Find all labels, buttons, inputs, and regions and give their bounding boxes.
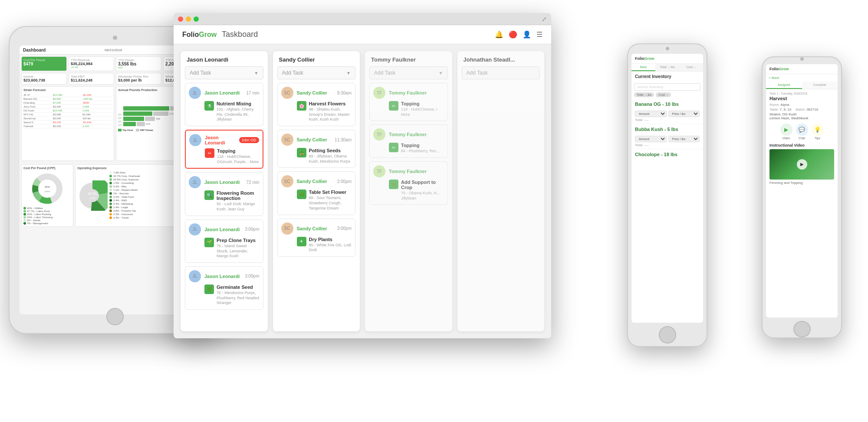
- task-body: ✂ Topping 84 - Plushberry, Rec...: [373, 143, 444, 154]
- inventory-search[interactable]: Search Inventory: [634, 83, 700, 91]
- task-details: Dry Plants 85 - White Fire OG, Lodi Dodi: [309, 237, 352, 253]
- inv-tab-back[interactable]: Back: [631, 64, 655, 71]
- task-strains: 99 - Sour Tsunami, Strawberry Cough, Tan…: [309, 196, 352, 211]
- kpi-ebit: Total EBIT $11,624,248: [69, 73, 114, 85]
- phone-inventory: FolioGrow Back Total: -- lbs Cost: -- Cu…: [627, 43, 707, 347]
- inv-total: Total: ----: [635, 118, 700, 122]
- avatar: SC: [281, 87, 293, 99]
- window-titlebar: ⤢: [174, 13, 551, 25]
- tablet-home-button[interactable]: [106, 308, 124, 325]
- video-action[interactable]: ▶ Video: [780, 124, 792, 140]
- column-sandy: Sandy Collier Add Task ▼ SC Sandy Collie…: [273, 51, 360, 331]
- video-icon: ▶: [780, 124, 792, 136]
- instructional-video-thumb[interactable]: ▶: [769, 149, 834, 180]
- add-task-johnathan-label: Add Task: [467, 70, 488, 76]
- pot-icon: 🪴: [297, 148, 306, 157]
- task-details: Potting Seeds 89 - Jillybean, Obama Kush…: [309, 148, 352, 164]
- task-icon-row: 🪴 Potting Seeds 89 - Jillybean, Obama Ku…: [297, 148, 352, 164]
- phone1-camera: [666, 47, 669, 50]
- column-sandy-header: Sandy Collier: [273, 51, 360, 66]
- task-card-overdue[interactable]: JL Jason Leonardi 24m OD ✂ Topping 118 -…: [185, 130, 263, 169]
- task-card[interactable]: JL Jason Leonardi 3:00pm 🌿 Germinate See…: [185, 266, 263, 310]
- maximize-button[interactable]: [194, 16, 199, 22]
- back-button[interactable]: < Back: [769, 76, 779, 80]
- inv-price-select[interactable]: Price / lbs: [668, 111, 700, 117]
- filter-cost[interactable]: Cost: --: [656, 92, 671, 97]
- task-card[interactable]: TF Tommy Faulkner ✂ Topping 84 - Plushbe…: [369, 124, 448, 158]
- inv-amount-select-2[interactable]: Amount: [635, 136, 667, 142]
- inv-section-banana: Banana OG - 10 lbs: [631, 99, 703, 108]
- task-card[interactable]: JL Jason Leonardi 72 min 🔍 Flowering Roo…: [185, 172, 263, 216]
- strain-row-8: Space D $3,100 -$1,940: [23, 121, 112, 124]
- filter-total[interactable]: Total: -- lbs: [634, 92, 654, 97]
- task-card[interactable]: SC Sandy Collier 9:30am 🌸 Harvest Flower…: [277, 83, 356, 126]
- task-name: Harvest Flowers: [309, 101, 352, 106]
- kpi-rev-change: +4.1%: [71, 66, 112, 69]
- avatar: JL: [189, 134, 201, 146]
- inventory-header: FolioGrow: [631, 54, 703, 64]
- avatar: SC: [281, 175, 293, 187]
- task-card[interactable]: SC Sandy Collier 3:00pm ☀ Dry Plants 85 …: [277, 219, 356, 257]
- avatar: TF: [373, 128, 385, 141]
- add-task-tommy[interactable]: Add Task ▼: [369, 66, 448, 79]
- avatar: TF: [373, 165, 385, 177]
- task-strains: 89 - Jillybean, Obama Kush, Mendocino Pu…: [309, 154, 352, 164]
- expand-icon[interactable]: ⤢: [542, 16, 547, 23]
- task-detail-info-room: Room: Alpha: [769, 103, 834, 107]
- task-person-row: JL Jason Leonardi 3:00pm: [189, 270, 260, 282]
- svg-text:23.3%: 23.3%: [89, 197, 96, 200]
- inv-amount-select[interactable]: Amount: [635, 111, 667, 117]
- video-play-button[interactable]: ▶: [797, 159, 807, 170]
- user-profile-icon[interactable]: 👤: [523, 30, 531, 39]
- task-time: 3:00pm: [245, 274, 259, 278]
- notification-message-icon[interactable]: 🔴: [509, 30, 517, 39]
- kpi-ebit-label: Total EBIT: [71, 75, 112, 78]
- minimize-button[interactable]: [186, 16, 191, 22]
- task-details: Germinate Seed 76 - Mendocino Purps, Plu…: [217, 285, 260, 306]
- task-strains: 118 - HukECheese, OGKush, Purple... More: [217, 154, 259, 164]
- task-card[interactable]: TF Tommy Faulkner ✂ Topping 118 - HukECh…: [369, 83, 448, 121]
- desktop-window: ⤢ FolioGrow Taskboard 🔔 🔴 👤 ☰ Jason Leon…: [174, 13, 551, 338]
- dashboard-date: 08/21/2018: [105, 48, 122, 52]
- task-card[interactable]: SC Sandy Collier 11:30am 🪴 Potting Seeds…: [277, 130, 356, 168]
- kpi-ebit-value: $11,624,248: [71, 78, 112, 82]
- inv-tab-cost[interactable]: Cost: --: [679, 64, 703, 71]
- add-task-jason[interactable]: Add Task ▼: [185, 66, 263, 79]
- app-logo-highlight: Grow: [199, 31, 217, 38]
- tab-complete[interactable]: Complete: [802, 82, 838, 89]
- task-card[interactable]: JL Jason Leonardi 3:00pm 🌱 Prep Clone Tr…: [185, 219, 263, 263]
- tips-action[interactable]: 💡 Tips: [812, 124, 824, 140]
- task-body: 🌿 Add Support to Crop 75 - Obama Kush, N…: [373, 180, 444, 201]
- task-details: Nutrient Mixing 101 - Afghani, Cherry Pi…: [217, 101, 260, 122]
- add-task-johnathan[interactable]: Add Task: [462, 66, 540, 79]
- close-button[interactable]: [178, 16, 183, 22]
- tab-assigned[interactable]: Assigned: [766, 82, 802, 89]
- inv-price-select-2[interactable]: Price / lbs: [668, 136, 700, 142]
- task-detail-content: Task 1 - Tuesday, 6/28/2016 Harvest Room…: [766, 89, 838, 187]
- tips-label: Tips: [815, 137, 820, 140]
- instructional-title: Instructional Video: [769, 143, 834, 147]
- task-card[interactable]: JL Jason Leonardi 17 min ⚗ Nutrient Mixi…: [185, 83, 263, 126]
- task-strains: 75 - Obama Kush, N... Jillybean: [401, 191, 444, 201]
- inv-tab-total[interactable]: Total: -- lbs: [655, 64, 679, 71]
- notification-bell-icon[interactable]: 🔔: [495, 30, 503, 39]
- strain-row-7: SlovaCrop $3,500 330 lbs: [23, 117, 112, 121]
- add-task-sandy[interactable]: Add Task ▼: [277, 66, 356, 79]
- scissors-icon: ✂: [389, 143, 398, 152]
- task-person-name: Sandy Collier: [297, 137, 332, 142]
- task-person-row: SC Sandy Collier 3:00pm: [281, 222, 352, 235]
- phone1-home-button[interactable]: [659, 326, 676, 343]
- chat-action[interactable]: 💬 Chat: [796, 124, 808, 140]
- task-card[interactable]: SC Sandy Collier 2:00pm 🌿 Table Set Flow…: [277, 171, 356, 215]
- kpi-ytd-flower: YTD Flower 3,556 lbs #14: [116, 56, 161, 71]
- task-icon-row: 🔍 Flowering Room Inspection 92 - Lodi Do…: [204, 190, 260, 212]
- task-card[interactable]: TF Tommy Faulkner 🌿 Add Support to Crop …: [369, 161, 448, 205]
- strain-row-6: SFV OG $3,586 $1,586: [23, 113, 112, 117]
- task-strains: 76 - Mendocino Purps, Plushberry, Red He…: [217, 291, 260, 306]
- kpi-cost-per-pound: Cost Per Pound $479: [21, 56, 67, 71]
- add-task-tommy-arrow: ▼: [439, 71, 443, 75]
- strain-forecast-title: Strain Forecast: [23, 88, 112, 92]
- phone2-home-button[interactable]: [793, 321, 811, 337]
- hamburger-menu-icon[interactable]: ☰: [536, 30, 542, 39]
- search-icon: 🔍: [204, 190, 214, 200]
